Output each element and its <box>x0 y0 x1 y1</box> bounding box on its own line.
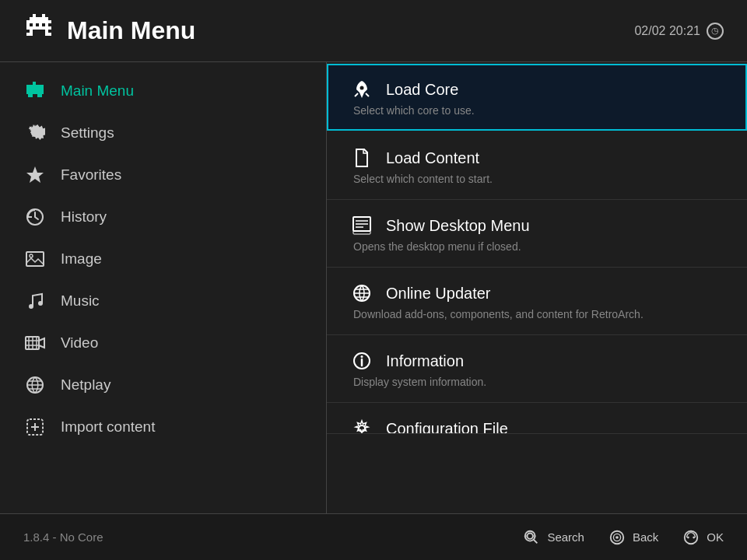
online-updater-label: Online Updater <box>386 285 491 303</box>
rocket-icon <box>350 78 374 101</box>
video-icon <box>23 331 47 355</box>
svg-point-67 <box>687 536 689 538</box>
svg-point-57 <box>359 425 365 432</box>
sidebar-item-video[interactable]: Video <box>0 322 326 364</box>
ok-button[interactable]: OK <box>682 528 724 547</box>
svg-marker-25 <box>26 166 44 183</box>
svg-rect-5 <box>26 20 51 23</box>
sidebar-item-music[interactable]: Music <box>0 280 326 322</box>
search-btn-icon <box>522 528 541 547</box>
svg-point-58 <box>528 533 533 538</box>
star-icon <box>23 163 47 187</box>
sidebar-item-label: Main Menu <box>61 82 134 100</box>
globe-icon <box>350 282 374 305</box>
menu-item-online-updater[interactable]: Online Updater Download add-ons, compone… <box>327 268 747 335</box>
version-label: 1.8.4 - No Core <box>23 530 103 544</box>
svg-rect-20 <box>26 91 44 94</box>
sidebar-item-favorites[interactable]: Favorites <box>0 154 326 196</box>
info-icon <box>350 349 374 373</box>
online-updater-desc: Download add-ons, components, and conten… <box>350 308 724 320</box>
header-left: Main Menu <box>23 14 195 47</box>
header-title: Main Menu <box>67 16 195 45</box>
information-desc: Display system information. <box>350 376 724 388</box>
file-icon <box>350 146 374 170</box>
import-icon <box>23 415 47 439</box>
svg-rect-1 <box>42 14 45 17</box>
svg-rect-0 <box>33 14 36 17</box>
svg-point-44 <box>360 86 364 90</box>
sidebar-item-label: Image <box>61 250 102 268</box>
svg-rect-15 <box>26 85 30 88</box>
search-label: Search <box>547 530 584 544</box>
svg-rect-2 <box>30 17 33 20</box>
svg-rect-21 <box>28 94 33 97</box>
header-right: 02/02 20:21 ◷ <box>634 23 724 40</box>
header-datetime: 02/02 20:21 <box>634 24 700 38</box>
config-icon <box>350 417 374 434</box>
back-btn-icon <box>608 528 626 547</box>
sidebar-item-label: Music <box>61 292 100 310</box>
menu-item-row: Show Desktop Menu <box>350 214 724 237</box>
menu-item-show-desktop-menu[interactable]: Show Desktop Menu Opens the desktop menu… <box>327 200 747 268</box>
history-icon <box>23 205 47 229</box>
svg-rect-18 <box>30 85 40 88</box>
sidebar-item-import-content[interactable]: Import content <box>0 406 326 448</box>
gamepad-icon <box>23 79 47 103</box>
gear-icon <box>23 121 47 145</box>
svg-rect-3 <box>33 17 45 20</box>
svg-rect-12 <box>45 30 48 33</box>
svg-point-65 <box>615 536 619 539</box>
menu-item-configuration-file[interactable]: Configuration File <box>327 403 747 434</box>
search-button[interactable]: Search <box>522 528 584 547</box>
svg-rect-13 <box>26 33 33 36</box>
back-button[interactable]: Back <box>608 528 658 547</box>
menu-item-row: Configuration File <box>350 417 724 434</box>
svg-point-62 <box>533 534 536 537</box>
music-icon <box>23 289 47 313</box>
sidebar-item-history[interactable]: History <box>0 196 326 238</box>
load-core-desc: Select which core to use. <box>350 104 724 117</box>
svg-point-56 <box>361 355 363 358</box>
svg-rect-6 <box>26 23 30 26</box>
show-desktop-menu-desc: Opens the desktop menu if closed. <box>350 240 724 253</box>
svg-rect-16 <box>33 82 36 85</box>
sidebar-item-image[interactable]: Image <box>0 238 326 280</box>
svg-point-28 <box>30 254 33 257</box>
header: Main Menu 02/02 20:21 ◷ <box>0 0 747 62</box>
svg-rect-17 <box>40 85 44 88</box>
svg-rect-7 <box>33 23 36 26</box>
sidebar-item-label: Favorites <box>61 166 121 184</box>
menu-item-row: Online Updater <box>350 282 724 305</box>
back-label: Back <box>633 530 658 544</box>
load-core-label: Load Core <box>386 81 458 99</box>
sidebar-item-label: Settings <box>61 124 114 142</box>
menu-item-information[interactable]: Information Display system information. <box>327 335 747 403</box>
svg-rect-10 <box>26 26 51 30</box>
footer: 1.8.4 - No Core Search <box>0 513 747 560</box>
sidebar: Main Menu Settings Favorites <box>0 62 327 513</box>
svg-rect-14 <box>45 33 51 36</box>
sidebar-item-label: Netplay <box>61 376 110 394</box>
menu-item-load-core[interactable]: Load Core Select which core to use. <box>327 64 747 131</box>
sidebar-item-netplay[interactable]: Netplay <box>0 364 326 406</box>
svg-rect-27 <box>26 252 44 266</box>
sidebar-item-settings[interactable]: Settings <box>0 112 326 154</box>
svg-rect-8 <box>39 23 42 26</box>
content-panel: Load Core Select which core to use. Load… <box>327 62 747 513</box>
desktop-menu-icon <box>350 214 374 237</box>
svg-rect-11 <box>30 30 33 33</box>
app-logo-icon <box>23 14 54 47</box>
configuration-file-label: Configuration File <box>386 420 508 435</box>
clock-icon: ◷ <box>707 23 724 40</box>
sidebar-item-label: History <box>61 208 107 226</box>
menu-item-row: Load Core <box>350 78 724 101</box>
svg-point-68 <box>693 536 696 538</box>
menu-item-load-content[interactable]: Load Content Select which content to sta… <box>327 132 747 200</box>
sidebar-item-main-menu[interactable]: Main Menu <box>0 70 326 112</box>
svg-rect-9 <box>45 23 48 26</box>
menu-item-row: Information <box>350 349 724 373</box>
netplay-icon <box>23 373 47 397</box>
svg-rect-4 <box>45 17 48 20</box>
ok-btn-icon <box>682 528 700 547</box>
information-label: Information <box>386 352 464 370</box>
